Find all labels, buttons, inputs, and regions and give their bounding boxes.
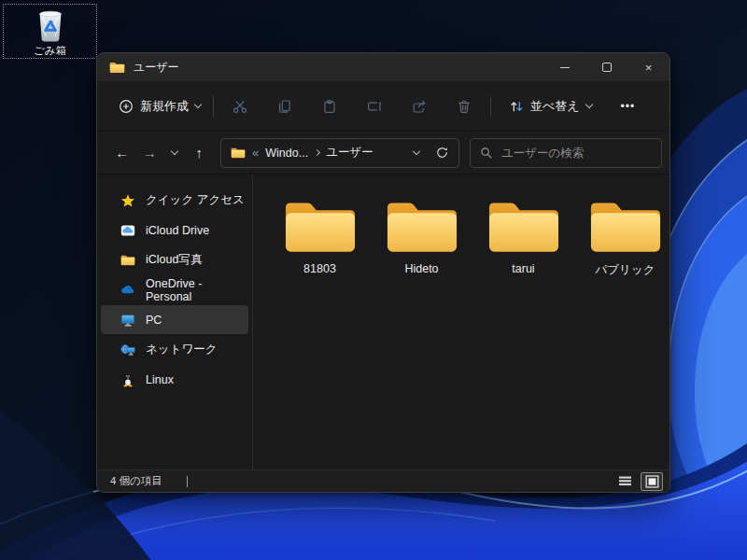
item-count: 4 個の項目	[110, 474, 162, 488]
minimize-button[interactable]	[543, 53, 585, 81]
folder-icon	[486, 195, 562, 255]
delete-button[interactable]	[442, 90, 486, 123]
back-button[interactable]: ←	[108, 139, 135, 167]
chevron-down-icon	[171, 147, 178, 154]
copy-button[interactable]	[262, 90, 307, 123]
sidebar-item-icloud-drive[interactable]: iCloud Drive	[101, 216, 248, 245]
sidebar-item-onedrive[interactable]: OneDrive - Personal	[101, 275, 248, 304]
folder-name: 81803	[303, 262, 336, 275]
folder-tile[interactable]: 81803	[278, 195, 361, 275]
folder-icon	[231, 147, 246, 159]
breadcrumb-item-current[interactable]: ユーザー	[326, 145, 374, 161]
sidebar: クイック アクセス iCloud Drive iCloud	[97, 175, 253, 469]
chevron-down-icon	[194, 100, 202, 107]
paste-icon	[321, 98, 338, 115]
status-caret	[187, 476, 188, 487]
folder-icon	[587, 195, 664, 255]
file-list: 81803 Hideto tarui パブリック	[253, 175, 669, 469]
toolbar-separator	[213, 96, 214, 117]
monitor-icon	[120, 312, 135, 328]
toolbar-separator	[490, 96, 491, 117]
details-view-icon	[618, 475, 632, 488]
chevron-down-icon	[585, 100, 592, 107]
file-explorer-window: ユーザー × 新規作成	[96, 52, 670, 493]
sidebar-item-linux[interactable]: Linux	[101, 365, 248, 394]
navigation-bar: ← → ↑ « Windo... ユーザー	[97, 132, 669, 175]
address-dropdown-chevron[interactable]	[413, 147, 420, 154]
breadcrumb-overflow-button[interactable]: «	[252, 146, 259, 160]
folder-tile[interactable]: パブリック	[584, 195, 667, 278]
sort-button[interactable]: 並べ替え	[500, 91, 600, 121]
up-button[interactable]: ↑	[186, 139, 213, 167]
cut-icon	[232, 98, 248, 115]
search-icon	[480, 147, 493, 160]
sidebar-item-label: クイック アクセス	[146, 192, 245, 208]
sidebar-item-label: Linux	[146, 373, 174, 386]
tux-penguin-icon	[120, 371, 135, 387]
folder-tile[interactable]: Hideto	[380, 195, 463, 275]
maximize-icon	[602, 63, 612, 72]
icloud-drive-icon	[120, 222, 135, 238]
paste-button[interactable]	[307, 90, 352, 123]
sidebar-item-label: iCloud写真	[146, 252, 202, 268]
sidebar-item-pc[interactable]: PC	[101, 305, 248, 334]
cut-button[interactable]	[218, 90, 262, 123]
command-toolbar: 新規作成	[97, 81, 669, 132]
folder-tile[interactable]: tarui	[482, 195, 565, 275]
folder-name: Hideto	[404, 262, 438, 275]
star-icon	[120, 192, 135, 208]
window-title: ユーザー	[134, 60, 543, 76]
share-button[interactable]	[397, 90, 442, 123]
recycle-bin-label: ごみ箱	[34, 44, 66, 58]
folder-icon	[384, 195, 460, 255]
minimize-icon	[560, 67, 570, 68]
refresh-button[interactable]	[435, 146, 449, 160]
sidebar-item-label: PC	[146, 314, 162, 327]
sidebar-item-network[interactable]: ネットワーク	[101, 335, 248, 364]
folder-icon	[120, 252, 135, 268]
new-button-label: 新規作成	[140, 98, 189, 115]
new-button[interactable]: 新規作成	[110, 91, 209, 121]
plus-circle-icon	[119, 99, 134, 114]
forward-button[interactable]: →	[135, 139, 162, 167]
large-icons-view-button[interactable]	[641, 472, 663, 491]
window-content: クイック アクセス iCloud Drive iCloud	[97, 175, 669, 469]
sort-button-label: 並べ替え	[530, 98, 580, 115]
close-button[interactable]: ×	[627, 53, 669, 81]
recycle-bin-icon	[34, 7, 67, 43]
titlebar[interactable]: ユーザー ×	[97, 53, 669, 81]
trash-icon	[456, 98, 472, 115]
share-icon	[411, 98, 428, 115]
network-globe-icon	[120, 342, 135, 357]
sort-arrows-icon	[509, 99, 524, 114]
breadcrumb-separator-icon	[314, 149, 320, 156]
breadcrumb-item-windows[interactable]: Windo...	[265, 147, 308, 160]
status-bar: 4 個の項目	[97, 469, 669, 492]
desktop: ごみ箱 ユーザー × 新規作成	[0, 0, 747, 560]
recent-locations-button[interactable]	[163, 139, 186, 167]
folder-icon	[282, 195, 359, 255]
search-box[interactable]	[470, 138, 662, 168]
rename-button[interactable]	[352, 90, 397, 123]
close-icon: ×	[645, 62, 653, 74]
folder-icon	[109, 61, 125, 74]
sidebar-item-icloud-photos[interactable]: iCloud写真	[101, 245, 248, 274]
more-options-button[interactable]: •••	[621, 100, 636, 113]
details-view-button[interactable]	[613, 472, 636, 491]
folder-name: パブリック	[596, 262, 655, 278]
sidebar-item-label: OneDrive - Personal	[146, 277, 248, 303]
large-icons-view-icon	[645, 475, 659, 488]
recycle-bin-desktop-icon[interactable]: ごみ箱	[3, 4, 97, 59]
search-input[interactable]	[501, 147, 652, 160]
rename-icon	[366, 98, 383, 115]
sidebar-item-label: ネットワーク	[146, 342, 217, 357]
address-bar[interactable]: « Windo... ユーザー	[220, 138, 459, 168]
copy-icon	[276, 98, 293, 115]
onedrive-cloud-icon	[120, 282, 135, 298]
maximize-button[interactable]	[585, 53, 627, 81]
folder-name: tarui	[512, 262, 534, 275]
sidebar-item-quick-access[interactable]: クイック アクセス	[101, 186, 248, 215]
sidebar-item-label: iCloud Drive	[146, 224, 209, 237]
